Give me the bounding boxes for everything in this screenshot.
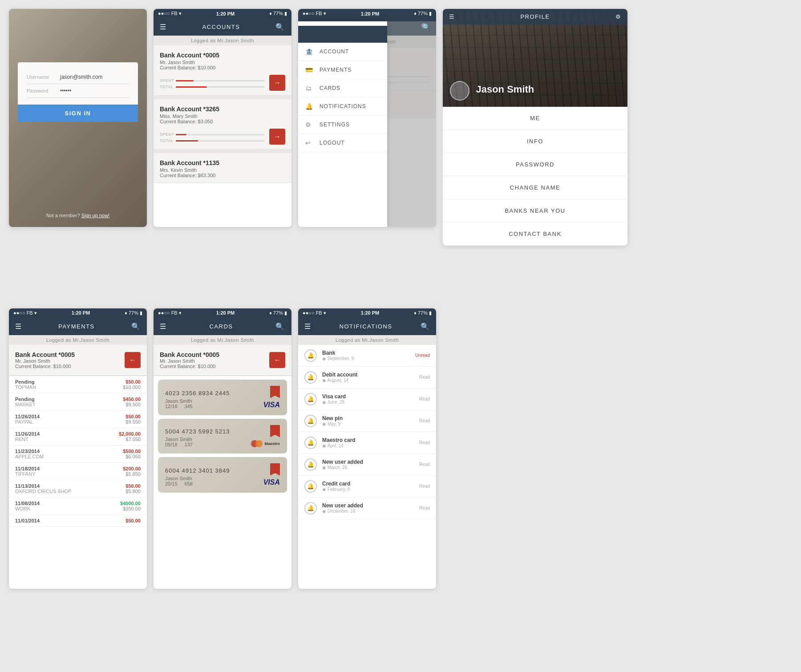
account-number-1: Bank Account *0005 (160, 52, 285, 59)
list-item[interactable]: 🔔 Maestro card ◉ April, 14 Read (298, 432, 436, 454)
total-label-1: TOTAL (160, 85, 173, 89)
bell-icon: 🔔 (304, 349, 317, 362)
sign-up-link[interactable]: Sign up now! (81, 213, 110, 218)
spent-label-1: SPENT (160, 78, 173, 83)
profile-hamburger-icon[interactable]: ☰ (449, 13, 455, 20)
card-item-1[interactable]: 5004 4723 5992 5213 Jason Smith 09/18 13… (158, 419, 287, 453)
payments-list: Pending TOPMAN $50.00 $10.000 Pending MA… (9, 376, 147, 527)
status-left: ●●○○ FB ▾ (303, 11, 326, 16)
accounts-screen: ●●○○ FB ▾ 1:20 PM ♦ 77% ▮ ☰ ACCOUNTS 🔍 L… (154, 9, 291, 302)
cards-search-icon[interactable]: 🔍 (275, 322, 285, 331)
account-card-2: Bank Account *3265 Miss. Mary Smith Curr… (154, 99, 291, 150)
card-bookmark-icon (270, 425, 280, 437)
profile-menu-item-password[interactable]: PASSWORD (443, 153, 627, 176)
account-arrow-1[interactable]: → (269, 75, 285, 91)
cards-hamburger-icon[interactable]: ☰ (160, 322, 167, 331)
account-holder-2: Miss. Mary Smith (160, 113, 285, 119)
list-item: Pending TOPMAN $50.00 $10.000 (9, 376, 147, 393)
username-label: Username (27, 74, 56, 80)
cards-screen: ●●○○ FB ▾ 1:20 PM ♦ 77% ▮ ☰ CARDS 🔍 Logg… (154, 308, 291, 664)
cards-nav-bar: ☰ CARDS 🔍 (154, 318, 291, 335)
profile-name: Jason Smith (476, 84, 534, 95)
search-icon[interactable]: 🔍 (275, 23, 285, 31)
bell-icon: 🔔 (304, 415, 317, 427)
list-item[interactable]: 🔔 New user added ◉ March, 26 Read (298, 454, 436, 476)
payments-back-button[interactable]: ← (125, 352, 141, 368)
avatar (450, 81, 469, 101)
account-balance-3: Current Balance: $63.300 (160, 173, 285, 178)
account-arrow-2[interactable]: → (269, 129, 285, 145)
notif-status-badge: Read (419, 484, 430, 489)
total-label-2: TOTAL (160, 138, 173, 143)
payments-account-header: Bank Account *0005 Mr. Jason Smith Curre… (9, 345, 147, 376)
notif-status-bar: ●●○○ FB ▾ 1:20 PM ♦ 77% ▮ (298, 308, 436, 318)
list-item[interactable]: 🔔 Bank ◉ September, 9 Unread (298, 345, 436, 367)
login-footer: Not a member? Sign up now! (9, 213, 147, 218)
sidebar-item-logout[interactable]: ↩LOGOUT (298, 134, 387, 152)
notif-status-badge: Read (419, 418, 430, 423)
status-bar: ●●○○ FB ▾ 1:20 PM ♦ 77% ▮ (154, 9, 291, 18)
maestro-logo: Maestro (251, 440, 280, 447)
list-item[interactable]: 🔔 New pin ◉ May, 9 Read (298, 410, 436, 432)
payments-title: PAYMENTS (58, 323, 95, 330)
sidebar-item-settings[interactable]: ⚙SETTINGS (298, 116, 387, 134)
menu-search-icon[interactable]: 🔍 (422, 23, 431, 31)
profile-menu-item-me[interactable]: ME (443, 107, 627, 130)
accounts-nav-bar: ☰ ACCOUNTS 🔍 (154, 18, 291, 36)
account-card-3: Bank Account *1135 Mrs. Kevin Smith Curr… (154, 153, 291, 183)
sidebar-item-cards[interactable]: 🗂CARDS (298, 79, 387, 97)
menu-icon-5: ↩ (305, 139, 313, 146)
profile-menu-item-banks-near-you[interactable]: BANKS NEAR YOU (443, 199, 627, 223)
account-number-3: Bank Account *1135 (160, 159, 285, 166)
list-item[interactable]: 🔔 Credit card ◉ February, 9 Read (298, 476, 436, 498)
logged-bar: Logged as Mr.Jason Smith (154, 36, 291, 45)
cards-list: 4023 2356 8934 2445 Jason Smith 12/16 34… (154, 380, 291, 493)
cards-back-button[interactable]: ← (269, 352, 285, 368)
login-screen: Username jason@smith.com Password ••••••… (9, 9, 147, 302)
password-field[interactable]: Password •••••• (27, 84, 129, 98)
profile-gear-icon[interactable]: ⚙ (615, 13, 622, 20)
sidebar-item-account[interactable]: 🏦ACCOUNT (298, 43, 387, 61)
notif-status-badge: Read (419, 440, 430, 445)
notif-status-badge: Read (419, 506, 430, 510)
notifications-screen: ●●○○ FB ▾ 1:20 PM ♦ 77% ▮ ☰ NOTIFICATION… (298, 308, 436, 664)
profile-menu-item-info[interactable]: INFO (443, 130, 627, 153)
list-item[interactable]: 🔔 Visa card ◉ June, 25 Read (298, 389, 436, 410)
list-item: Pending MARKET $450.00 $9.500 (9, 393, 147, 411)
payments-hamburger-icon[interactable]: ☰ (15, 322, 22, 331)
accounts-title: ACCOUNTS (202, 24, 240, 30)
cards-title: CARDS (209, 323, 233, 330)
bell-icon: 🔔 (304, 393, 317, 405)
card-item-2[interactable]: 6004 4912 3401 3849 Jason Smith 20/15 65… (158, 457, 287, 493)
sign-in-button[interactable]: SIGN IN (18, 105, 138, 122)
username-value: jason@smith.com (60, 74, 103, 80)
menu-icon-3: 🔔 (305, 103, 313, 110)
menu-screen: ●●○○ FB ▾ 1:20 PM ♦ 77% ▮ ☰ ACCOUNTS 🔍 L… (298, 9, 436, 302)
notifications-list: 🔔 Bank ◉ September, 9 Unread 🔔 Debit acc… (298, 345, 436, 519)
profile-menu-item-change-name[interactable]: CHANGE NAME (443, 176, 627, 199)
list-item: 11/26/2014 RENT $2,000.00 $7.550 (9, 428, 147, 445)
bell-icon: 🔔 (304, 437, 317, 449)
payments-search-icon[interactable]: 🔍 (131, 322, 141, 331)
username-field[interactable]: Username jason@smith.com (27, 70, 129, 84)
profile-header: ☰ PROFILE ⚙ Jason Smith (443, 9, 627, 107)
notif-hamburger-icon[interactable]: ☰ (304, 322, 312, 331)
status-left: ●●○○ FB ▾ (158, 11, 182, 16)
menu-icon-0: 🏦 (305, 48, 313, 55)
status-time: 1:20 PM (216, 11, 235, 16)
card-item-0[interactable]: 4023 2356 8934 2445 Jason Smith 12/16 34… (158, 380, 287, 415)
hamburger-icon[interactable]: ☰ (160, 23, 167, 31)
list-item[interactable]: 🔔 New user added ◉ December, 18 Read (298, 498, 436, 519)
card-bookmark-icon (270, 463, 280, 476)
notif-search-icon[interactable]: 🔍 (421, 322, 430, 331)
sidebar-item-payments[interactable]: 💳PAYMENTS (298, 61, 387, 79)
sidebar-item-notifications[interactable]: 🔔NOTIFICATIONS (298, 97, 387, 116)
card-bookmark-icon (270, 386, 280, 398)
list-item[interactable]: 🔔 Debit account ◉ August, 14 Read (298, 367, 436, 389)
notif-status-badge: Read (419, 462, 430, 467)
payments-logged-bar: Logged as Mr.Jason Smith (9, 335, 147, 345)
notif-status-badge: Unread (415, 353, 430, 358)
status-time: 1:20 PM (361, 11, 380, 16)
visa-logo: VISA (263, 478, 280, 486)
profile-menu-item-contact-bank[interactable]: CONTACT BANK (443, 223, 627, 246)
